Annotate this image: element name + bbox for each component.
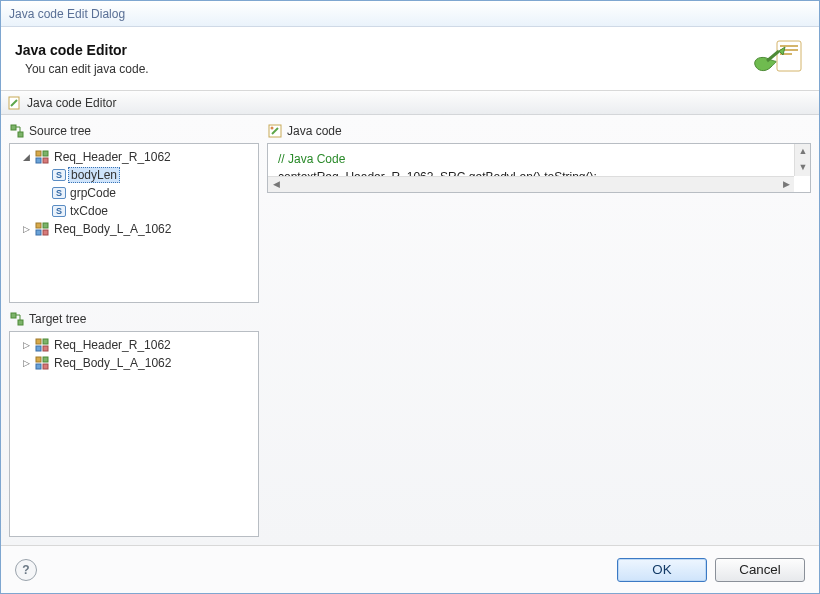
svg-rect-18	[36, 339, 41, 344]
tree-node-txcdoe[interactable]: S txCdoe	[12, 202, 256, 220]
svg-rect-13	[43, 223, 48, 228]
svg-rect-15	[43, 230, 48, 235]
header-panel: Java code Editor You can edit java code.	[1, 27, 819, 91]
source-tree[interactable]: ◢ Req_Header_R_1062 S bodyLen S grpCode	[9, 143, 259, 303]
tree-icon	[9, 311, 25, 327]
source-tree-header: Source tree	[9, 123, 259, 139]
svg-rect-7	[18, 132, 23, 137]
svg-rect-9	[43, 151, 48, 156]
toolbar: Java code Editor	[1, 91, 819, 115]
header-title: Java code Editor	[15, 42, 149, 58]
java-code-label: Java code	[287, 124, 342, 138]
svg-rect-20	[36, 346, 41, 351]
svg-rect-12	[36, 223, 41, 228]
scroll-left-icon[interactable]: ◀	[270, 179, 282, 191]
struct-icon	[34, 355, 50, 371]
tree-node-label: Req_Body_L_A_1062	[52, 221, 173, 237]
expander-expand-icon[interactable]: ▷	[20, 357, 32, 369]
source-tree-panel: Source tree ◢ Req_Header_R_1062 S bodyLe…	[9, 123, 259, 303]
content-area: Source tree ◢ Req_Header_R_1062 S bodyLe…	[1, 115, 819, 545]
svg-rect-10	[36, 158, 41, 163]
svg-rect-24	[36, 364, 41, 369]
svg-rect-8	[36, 151, 41, 156]
expander-expand-icon[interactable]: ▷	[20, 339, 32, 351]
target-tree[interactable]: ▷ Req_Header_R_1062 ▷ Req_Body_L_A_1062	[9, 331, 259, 537]
svg-rect-23	[43, 357, 48, 362]
cancel-label: Cancel	[739, 562, 781, 577]
string-field-icon: S	[52, 205, 66, 217]
help-icon: ?	[22, 563, 29, 577]
code-icon	[267, 123, 283, 139]
svg-rect-19	[43, 339, 48, 344]
svg-rect-25	[43, 364, 48, 369]
svg-rect-11	[43, 158, 48, 163]
header-text: Java code Editor You can edit java code.	[15, 42, 149, 76]
vertical-scrollbar[interactable]: ▲ ▼	[794, 144, 810, 176]
svg-rect-17	[18, 320, 23, 325]
scroll-right-icon[interactable]: ▶	[780, 179, 792, 191]
target-tree-panel: Target tree ▷ Req_Header_R_1062 ▷ Req_Bo…	[9, 311, 259, 537]
tree-node-label: txCdoe	[68, 203, 110, 219]
tree-node-req-body[interactable]: ▷ Req_Body_L_A_1062	[12, 220, 256, 238]
tree-icon	[9, 123, 25, 139]
tree-node-grpcode[interactable]: S grpCode	[12, 184, 256, 202]
tree-node-target-header[interactable]: ▷ Req_Header_R_1062	[12, 336, 256, 354]
toolbar-label: Java code Editor	[27, 96, 116, 110]
ok-button[interactable]: OK	[617, 558, 707, 582]
svg-rect-16	[11, 313, 16, 318]
code-editor[interactable]: // Java Code contextReq_Header_R_1062_SR…	[267, 143, 811, 193]
string-field-icon: S	[52, 169, 66, 181]
svg-rect-21	[43, 346, 48, 351]
code-editor-wrapper: // Java Code contextReq_Header_R_1062_SR…	[267, 143, 811, 537]
tree-node-bodylen[interactable]: S bodyLen	[12, 166, 256, 184]
string-field-icon: S	[52, 187, 66, 199]
svg-rect-1	[780, 45, 798, 47]
footer: ? OK Cancel	[1, 545, 819, 593]
struct-icon	[34, 337, 50, 353]
tree-node-label: Req_Header_R_1062	[52, 149, 173, 165]
java-editor-header-icon	[749, 37, 805, 80]
titlebar[interactable]: Java code Edit Dialog	[1, 1, 819, 27]
tree-node-label: Req_Header_R_1062	[52, 337, 173, 353]
tree-node-label: grpCode	[68, 185, 118, 201]
tree-node-req-header[interactable]: ◢ Req_Header_R_1062	[12, 148, 256, 166]
tree-node-target-body[interactable]: ▷ Req_Body_L_A_1062	[12, 354, 256, 372]
struct-icon	[34, 221, 50, 237]
dialog-title: Java code Edit Dialog	[9, 7, 125, 21]
footer-buttons: OK Cancel	[617, 558, 805, 582]
cancel-button[interactable]: Cancel	[715, 558, 805, 582]
left-column: Source tree ◢ Req_Header_R_1062 S bodyLe…	[9, 123, 259, 537]
code-comment: // Java Code	[278, 150, 800, 168]
help-button[interactable]: ?	[15, 559, 37, 581]
horizontal-scrollbar[interactable]: ◀ ▶	[268, 176, 794, 192]
expander-expand-icon[interactable]: ▷	[20, 223, 32, 235]
struct-icon	[34, 149, 50, 165]
editor-icon	[7, 95, 23, 111]
scroll-up-icon[interactable]: ▲	[797, 146, 809, 158]
scroll-down-icon[interactable]: ▼	[797, 162, 809, 174]
target-tree-header: Target tree	[9, 311, 259, 327]
expander-collapse-icon[interactable]: ◢	[20, 151, 32, 163]
java-code-header: Java code	[267, 123, 811, 139]
ok-label: OK	[652, 562, 671, 577]
svg-point-27	[271, 127, 274, 130]
svg-rect-6	[11, 125, 16, 130]
right-column: Java code // Java Code contextReq_Header…	[267, 123, 811, 537]
dialog: Java code Edit Dialog Java code Editor Y…	[0, 0, 820, 594]
svg-rect-22	[36, 357, 41, 362]
source-tree-label: Source tree	[29, 124, 91, 138]
tree-node-label: bodyLen	[68, 167, 120, 183]
svg-rect-14	[36, 230, 41, 235]
target-tree-label: Target tree	[29, 312, 86, 326]
header-subtitle: You can edit java code.	[25, 62, 149, 76]
tree-node-label: Req_Body_L_A_1062	[52, 355, 173, 371]
